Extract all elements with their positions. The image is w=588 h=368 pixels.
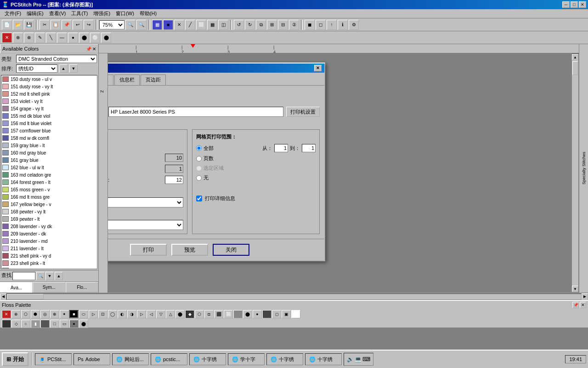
- menu-tools[interactable]: 工具(T): [68, 9, 90, 18]
- panel-pin[interactable]: 📌: [86, 46, 91, 52]
- color-item[interactable]: 224 shell pink - vy lt: [1, 267, 97, 269]
- t2-btn8[interactable]: ⬤: [79, 33, 89, 43]
- palette-tool-1[interactable]: ⊕: [11, 310, 21, 318]
- p2-tool-4[interactable]: ▮: [31, 320, 40, 328]
- color-item[interactable]: 156 md lt blue violet: [1, 120, 97, 127]
- tab-available[interactable]: Ava...: [0, 282, 33, 293]
- search-next-btn[interactable]: ▼: [45, 272, 54, 280]
- t2-btn10[interactable]: ⬤: [101, 33, 111, 43]
- palette-tool-selected[interactable]: ■: [69, 310, 79, 318]
- color-item[interactable]: 209 lavender - dk: [1, 230, 97, 237]
- redo-btn[interactable]: ↪: [84, 20, 94, 30]
- menu-file[interactable]: 文件(F): [2, 9, 24, 18]
- taskbar-cross3[interactable]: 🌐 十字绣: [305, 353, 342, 365]
- tool11-btn[interactable]: ⊟: [278, 20, 288, 30]
- palette-tool-20[interactable]: ⬡: [195, 310, 204, 318]
- print-thread-select[interactable]: 无线型的绣线颜色: [108, 220, 183, 230]
- start-button[interactable]: ⊞ 开始: [2, 352, 28, 366]
- p2-tool-6[interactable]: □: [50, 320, 59, 328]
- color-item[interactable]: 210 lavender - md: [1, 237, 97, 245]
- palette-tool-5[interactable]: ⊗: [50, 310, 59, 318]
- t2-btn7[interactable]: ●: [68, 33, 78, 43]
- dialog-tab-grid[interactable]: 网格页选项: [108, 75, 113, 85]
- tool6-btn[interactable]: ◫: [218, 20, 228, 30]
- menu-window[interactable]: 窗口(W): [113, 9, 137, 18]
- color-list[interactable]: 150 dusty rose - ul v151 dusty rose - vy…: [1, 75, 97, 269]
- preview-btn[interactable]: 预览: [171, 244, 208, 256]
- taskbar-cross1[interactable]: 🌐 十字绣: [189, 353, 226, 365]
- color-item[interactable]: 164 forest green - lt: [1, 178, 97, 186]
- menu-enhance[interactable]: 增强(E): [90, 9, 113, 18]
- copy-btn[interactable]: 📋: [51, 20, 61, 30]
- taskbar-pcstitch[interactable]: 🧵 PCStit...: [35, 353, 72, 365]
- color-item[interactable]: 168 pewter - vy lt: [1, 208, 97, 215]
- color-item[interactable]: 150 dusty rose - ul v: [1, 75, 97, 83]
- palette-tool-26[interactable]: ●: [253, 310, 262, 318]
- palette-pin[interactable]: 📌: [572, 302, 579, 308]
- t2-btn5[interactable]: ╲: [46, 33, 56, 43]
- sort-desc-btn[interactable]: ▼: [69, 64, 78, 73]
- close-btn[interactable]: 关闭: [213, 244, 249, 256]
- t2-btn6[interactable]: —: [57, 33, 67, 43]
- radio-all-input[interactable]: [196, 145, 202, 151]
- color-item[interactable]: 159 gray blue - lt: [1, 142, 97, 149]
- color-item[interactable]: 211 lavender - lt: [1, 245, 97, 252]
- tool9-btn[interactable]: ⧉: [256, 20, 266, 30]
- menu-view[interactable]: 查看(V): [46, 9, 69, 18]
- color-item[interactable]: 169 pewter - lt: [1, 215, 97, 223]
- search-input[interactable]: [12, 272, 35, 280]
- palette-tool-9[interactable]: ▷: [89, 310, 98, 318]
- tab-symbols[interactable]: Sym...: [33, 282, 65, 293]
- radio-pages-input[interactable]: [196, 156, 202, 161]
- scroll-thumb[interactable]: [572, 61, 578, 75]
- dialog-tab-margin[interactable]: 页边距: [141, 75, 166, 85]
- palette-tool-12[interactable]: ◐: [118, 310, 127, 318]
- printer-setup-btn[interactable]: 打印机设置: [286, 107, 320, 117]
- t2-btn4[interactable]: ✎: [35, 33, 45, 43]
- canvas[interactable]: 打印 / 预览: ✕ 常规 网格页选项 信息栏 页边距 目标: [108, 53, 571, 293]
- palette-tool-8[interactable]: ⬭: [79, 310, 88, 318]
- print-floss-select[interactable]: 符号: [108, 197, 183, 207]
- save-btn[interactable]: 💾: [24, 20, 34, 30]
- tool17-btn[interactable]: ⚙: [349, 20, 359, 30]
- radio-none-input[interactable]: [196, 175, 202, 181]
- scroll-right-btn[interactable]: ▶: [582, 293, 588, 300]
- palette-tool-22[interactable]: ⬛: [214, 310, 223, 318]
- sort-asc-btn[interactable]: ▲: [59, 64, 68, 73]
- p2-swatch-1[interactable]: [2, 320, 11, 328]
- palette-tool-17[interactable]: △: [166, 310, 175, 318]
- tool16-btn[interactable]: ℹ: [338, 20, 348, 30]
- palette-tool-4[interactable]: ◎: [40, 310, 50, 318]
- paste-btn[interactable]: 📌: [62, 20, 72, 30]
- from-value[interactable]: [274, 144, 288, 152]
- t2-btn1[interactable]: ✕: [2, 33, 12, 43]
- palette-tool-18[interactable]: ⬤: [175, 310, 185, 318]
- taskbar-adobe[interactable]: Ps Adobe: [74, 353, 110, 365]
- radio-selection-input[interactable]: [196, 166, 202, 171]
- hscroll-thumb[interactable]: [7, 294, 44, 299]
- color-item[interactable]: 167 yellow beige - v: [1, 201, 97, 208]
- search-btn[interactable]: 🔍: [36, 272, 45, 280]
- print-btn[interactable]: 打印: [130, 244, 167, 256]
- color-item[interactable]: 208 lavender - vy dk: [1, 223, 97, 230]
- per-inch-value[interactable]: [165, 154, 183, 162]
- zoom-out-btn[interactable]: 🔍: [125, 20, 136, 30]
- palette-tool-19[interactable]: ◆: [185, 310, 194, 318]
- palette-tool-16[interactable]: ▽: [156, 310, 165, 318]
- zoom-in-btn[interactable]: 🔍: [136, 20, 147, 30]
- search-prev-btn[interactable]: ▲: [55, 272, 63, 280]
- palette-tool-23[interactable]: ⬜: [224, 310, 233, 318]
- color-item[interactable]: 165 moss green - v: [1, 186, 97, 193]
- palette-tool-10[interactable]: ⊡: [98, 310, 107, 318]
- close-button[interactable]: ✕: [579, 1, 586, 8]
- palette-tool-21[interactable]: ◘: [204, 310, 214, 318]
- palette-tool-13[interactable]: ◑: [127, 310, 136, 318]
- dialog-tab-info[interactable]: 信息栏: [114, 75, 140, 85]
- auto-spi-value[interactable]: [165, 176, 183, 184]
- sort-select[interactable]: 绣线ID: [16, 64, 57, 73]
- palette-tool-6[interactable]: ✦: [60, 310, 69, 318]
- p2-swatch-5[interactable]: [40, 320, 50, 328]
- color-item[interactable]: 161 gray blue: [1, 156, 97, 164]
- tool14-btn[interactable]: ◻: [316, 20, 326, 30]
- undo-btn[interactable]: ↩: [73, 20, 83, 30]
